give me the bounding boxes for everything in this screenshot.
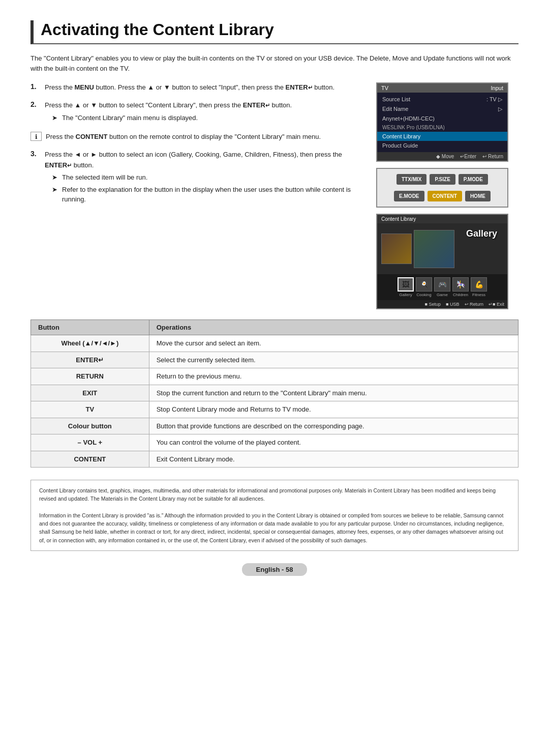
table-header-button: Button [31, 320, 149, 335]
table-cell-operation: Exit Content Library mode. [149, 451, 518, 468]
gallery-thumb-2 [414, 230, 454, 268]
table-cell-operation: Return to the previous menu. [149, 368, 518, 385]
table-cell-operation: Stop the current function and return to … [149, 385, 518, 401]
remote-btn-ttxmix: TTX/MIX [396, 174, 426, 185]
page-footer: English - 58 [30, 563, 518, 576]
gallery-icon-gallery-label: Gallery [399, 293, 412, 297]
tv-menu-item-content: Content Library [377, 132, 507, 141]
gallery-icon-cooking-box: 🍳 [416, 277, 432, 292]
tv-menu-footer: ◆ Move ↵Enter ↩ Return [377, 152, 507, 161]
tv-menu-item-anynet: Anynet+(HDMI-CEC) [377, 114, 507, 123]
remote-btn-home: HOME [465, 191, 491, 201]
step-2-sub-1: ➤ The "Content Library" main menu is dis… [52, 113, 292, 123]
step-area: 1. Press the MENU button. Press the ▲ or… [30, 82, 518, 309]
arrow-mark: ➤ [52, 113, 59, 123]
table-cell-operation: Button that provide functions are descri… [149, 418, 518, 434]
steps-column: 1. Press the MENU button. Press the ▲ or… [30, 82, 364, 309]
step-2-sub: ➤ The "Content Library" main menu is dis… [52, 113, 292, 123]
gallery-main: Gallery [377, 223, 507, 274]
intro-text: The "Content Library" enables you to vie… [30, 53, 518, 73]
table-cell-button: Colour button [31, 418, 149, 434]
note-content: Press the CONTENT button on the remote c… [46, 132, 321, 142]
table-cell-operation: Select the currently selected item. [149, 352, 518, 368]
table-cell-button: ENTER↵ [31, 352, 149, 368]
images-column: TV Input Source List: TV ▷ Edit Name▷ An… [376, 82, 518, 309]
gallery-icon-game-label: Game [437, 293, 448, 297]
step-1-num: 1. [30, 82, 41, 93]
table-cell-button: TV [31, 401, 149, 418]
step-3: 3. Press the ◄ or ► button to select an … [30, 150, 364, 207]
table-cell-button: EXIT [31, 385, 149, 401]
remote-buttons-mock: TTX/MIX P.SIZE P.MODE E.MODE CONTENT HOM… [376, 168, 508, 208]
disclaimer-box: Content Library contains text, graphics,… [30, 480, 518, 551]
table-cell-button: CONTENT [31, 451, 149, 468]
step-3-num: 3. [30, 150, 41, 207]
gallery-icon-children-box: 🎠 [452, 277, 469, 292]
table-cell-button: RETURN [31, 368, 149, 385]
remote-top-row: TTX/MIX P.SIZE P.MODE [396, 174, 488, 185]
arrow-mark-3: ➤ [52, 185, 59, 205]
step-2-num: 2. [30, 100, 41, 125]
remote-bottom-row: E.MODE CONTENT HOME [394, 191, 491, 201]
gallery-icons-row: 🖼 Gallery 🍳 Cooking 🎮 Game 🎠 Children 💪 [377, 274, 507, 300]
step-3-sub-2: ➤ Refer to the explanation for the butto… [52, 185, 364, 205]
remote-btn-pmode: P.MODE [459, 174, 488, 185]
gallery-header: Content Library [377, 215, 507, 223]
step-3-sub: ➤ The selected item will be run. ➤ Refer… [52, 172, 364, 205]
remote-btn-psize: P.SIZE [430, 174, 455, 185]
disclaimer-text: Content Library contains text, graphics,… [39, 487, 504, 543]
table-cell-button: Wheel (▲/▼/◄/►) [31, 335, 149, 352]
tv-menu-header-right: Input [491, 85, 503, 91]
step-3-content: Press the ◄ or ► button to select an ico… [45, 150, 364, 207]
remote-btn-emode: E.MODE [394, 191, 424, 201]
step-2-content: Press the ▲ or ▼ button to select "Conte… [45, 100, 292, 125]
tv-menu-item-product: Product Guide [377, 141, 507, 150]
remote-btn-content: CONTENT [428, 191, 462, 201]
gallery-icon-children-label: Children [453, 293, 468, 297]
gallery-mock: Content Library Gallery 🖼 Gallery 🍳 Cook… [376, 214, 508, 309]
gallery-icon-cooking: 🍳 Cooking [416, 277, 432, 297]
tv-menu-item-edit: Edit Name▷ [377, 104, 507, 114]
tv-menu-header-left: TV [381, 85, 388, 91]
note-item: ℹ Press the CONTENT button on the remote… [30, 132, 364, 142]
note-icon: ℹ [30, 132, 42, 141]
arrow-mark-2: ➤ [52, 172, 59, 183]
table-cell-operation: You can control the volume of the played… [149, 434, 518, 451]
step-1-content: Press the MENU button. Press the ▲ or ▼ … [45, 82, 334, 93]
table-row: Wheel (▲/▼/◄/►)Move the cursor and selec… [31, 335, 518, 352]
step-2: 2. Press the ▲ or ▼ button to select "Co… [30, 100, 364, 125]
table-header-operations: Operations [149, 320, 518, 335]
table-row: TVStop Content Library mode and Returns … [31, 401, 518, 418]
table-cell-operation: Stop Content Library mode and Returns to… [149, 401, 518, 418]
table-row: RETURNReturn to the previous menu. [31, 368, 518, 385]
tv-menu-item-weslink: WESLINK Pro (USB/DLNA) [377, 123, 507, 132]
gallery-footer: ■ Setup ■ USB ↩ Return ↵■ Exit [377, 300, 507, 308]
page-footer-badge: English - 58 [242, 563, 308, 576]
gallery-icon-game-box: 🎮 [434, 277, 450, 292]
gallery-icon-gallery: 🖼 Gallery [398, 277, 414, 297]
gallery-icon-children: 🎠 Children [452, 277, 469, 297]
tv-menu-item-source: Source List: TV ▷ [377, 95, 507, 104]
step-3-sub-1: ➤ The selected item will be run. [52, 172, 364, 183]
gallery-icon-fitness-box: 💪 [471, 277, 487, 292]
table-row: ENTER↵Select the currently selected item… [31, 352, 518, 368]
step-1: 1. Press the MENU button. Press the ▲ or… [30, 82, 364, 93]
page-title: Activating the Content Library [41, 20, 518, 39]
gallery-icon-fitness: 💪 Fitness [471, 277, 487, 297]
tv-menu-screenshot: TV Input Source List: TV ▷ Edit Name▷ An… [376, 82, 508, 162]
gallery-label: Gallery [466, 228, 497, 239]
operations-table: Button Operations Wheel (▲/▼/◄/►)Move th… [30, 319, 518, 468]
page-title-section: Activating the Content Library [30, 20, 518, 44]
table-cell-operation: Move the cursor and select an item. [149, 335, 518, 352]
gallery-icon-gallery-box: 🖼 [398, 277, 414, 292]
gallery-icon-cooking-label: Cooking [416, 293, 431, 297]
table-row: Colour buttonButton that provide functio… [31, 418, 518, 434]
gallery-thumb-1 [381, 234, 412, 264]
tv-menu-header: TV Input [377, 83, 507, 93]
table-cell-button: – VOL + [31, 434, 149, 451]
table-row: CONTENTExit Content Library mode. [31, 451, 518, 468]
table-row: EXITStop the current function and return… [31, 385, 518, 401]
gallery-icon-fitness-label: Fitness [472, 293, 485, 297]
tv-menu-body: Source List: TV ▷ Edit Name▷ Anynet+(HDM… [377, 93, 507, 152]
gallery-icon-game: 🎮 Game [434, 277, 450, 297]
